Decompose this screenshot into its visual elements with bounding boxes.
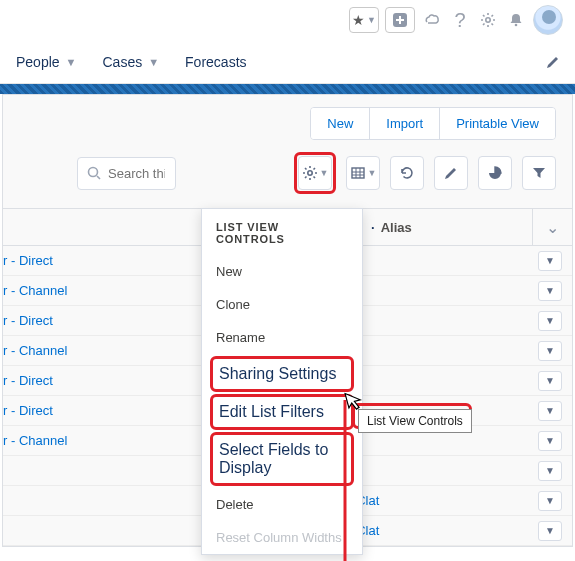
user-avatar[interactable] xyxy=(533,5,563,35)
chevron-down-icon: ▼ xyxy=(545,375,555,386)
list-view-controls-button[interactable]: ▼ xyxy=(298,156,332,190)
star-icon: ★ xyxy=(352,12,365,28)
row-actions-button[interactable]: ▼ xyxy=(538,491,562,511)
menu-item-edit-list-filters[interactable]: Edit List Filters xyxy=(219,403,345,421)
refresh-button[interactable] xyxy=(390,156,424,190)
column-header-alias[interactable]: · Alias xyxy=(359,220,532,235)
row-actions-button[interactable]: ▼ xyxy=(538,311,562,331)
chevron-down-icon: ▼ xyxy=(545,525,555,536)
setup-gear-icon[interactable] xyxy=(477,9,499,31)
chevron-down-icon: ▼ xyxy=(66,56,77,68)
chevron-down-icon: ▼ xyxy=(368,168,377,178)
decorative-band xyxy=(0,84,575,94)
menu-item-sharing-settings[interactable]: Sharing Settings xyxy=(219,365,345,383)
row-actions-button[interactable]: ▼ xyxy=(538,521,562,541)
highlight-edit-filters: Edit List Filters xyxy=(210,394,354,430)
row-name-link[interactable]: r - Channel xyxy=(3,283,67,298)
action-button-group: New Import Printable View xyxy=(310,107,556,140)
menu-item-delete[interactable]: Delete xyxy=(202,488,362,521)
menu-item-new[interactable]: New xyxy=(202,255,362,288)
chevron-down-icon: ▼ xyxy=(545,495,555,506)
chevron-down-icon: ▼ xyxy=(545,405,555,416)
list-view-controls-menu: LIST VIEW CONTROLS New Clone Rename Shar… xyxy=(201,208,363,555)
table-container: · Alias ⌄ LIST VIEW CONTROLS New Clone R… xyxy=(3,208,572,546)
svg-point-3 xyxy=(89,167,98,176)
svg-point-4 xyxy=(307,171,311,175)
menu-item-reset-widths: Reset Column Widths xyxy=(202,521,362,554)
nav-label: Forecasts xyxy=(185,54,246,70)
nav-item-people[interactable]: People ▼ xyxy=(16,54,76,70)
toolbar-row: ▼ ▼ xyxy=(3,146,572,208)
svg-point-2 xyxy=(515,24,518,27)
favorites-button[interactable]: ★▼ xyxy=(349,7,379,33)
row-actions-button[interactable]: ▼ xyxy=(538,461,562,481)
inline-edit-button[interactable] xyxy=(434,156,468,190)
highlight-gear: ▼ xyxy=(294,152,336,194)
chart-button[interactable] xyxy=(478,156,512,190)
row-name-link[interactable]: r - Direct xyxy=(3,373,53,388)
column-header-chevron[interactable]: ⌄ xyxy=(532,209,572,245)
search-icon xyxy=(86,165,102,181)
chevron-down-icon: ▼ xyxy=(545,315,555,326)
column-label: Alias xyxy=(381,220,412,235)
row-actions-button[interactable]: ▼ xyxy=(538,431,562,451)
svg-rect-5 xyxy=(352,168,364,178)
help-icon[interactable]: ? xyxy=(449,9,471,31)
action-button-row: New Import Printable View xyxy=(3,95,572,146)
chevron-down-icon: ▼ xyxy=(545,465,555,476)
row-actions-button[interactable]: ▼ xyxy=(538,371,562,391)
pie-chart-icon xyxy=(487,165,503,181)
chevron-down-icon: ▼ xyxy=(545,345,555,356)
chevron-down-icon: ▼ xyxy=(148,56,159,68)
svg-point-1 xyxy=(486,18,490,22)
row-name-link[interactable]: r - Channel xyxy=(3,343,67,358)
menu-item-clone[interactable]: Clone xyxy=(202,288,362,321)
menu-item-select-fields[interactable]: Select Fields to Display xyxy=(219,441,345,477)
row-actions-button[interactable]: ▼ xyxy=(538,281,562,301)
printable-view-button[interactable]: Printable View xyxy=(440,108,555,139)
edit-nav-icon[interactable] xyxy=(545,54,561,70)
filter-icon xyxy=(531,165,547,181)
row-name-link[interactable]: r - Direct xyxy=(3,313,53,328)
list-panel: New Import Printable View ▼ ▼ xyxy=(2,94,573,547)
row-name-link[interactable]: r - Direct xyxy=(3,253,53,268)
chevron-down-icon: ⌄ xyxy=(546,218,559,237)
menu-title: LIST VIEW CONTROLS xyxy=(202,209,362,255)
nav-label: People xyxy=(16,54,60,70)
chevron-down-icon: ▼ xyxy=(545,255,555,266)
nav-item-cases[interactable]: Cases ▼ xyxy=(102,54,159,70)
add-button[interactable] xyxy=(385,7,415,33)
pencil-icon xyxy=(443,165,459,181)
row-name-link[interactable]: r - Channel xyxy=(3,433,67,448)
tooltip-list-view-controls: List View Controls xyxy=(358,409,472,433)
gear-icon xyxy=(302,165,318,181)
object-navbar: People ▼ Cases ▼ Forecasts xyxy=(0,40,575,84)
nav-label: Cases xyxy=(102,54,142,70)
chevron-down-icon: ▼ xyxy=(545,435,555,446)
menu-item-rename[interactable]: Rename xyxy=(202,321,362,354)
filter-button[interactable] xyxy=(522,156,556,190)
table-icon xyxy=(350,165,366,181)
row-actions-button[interactable]: ▼ xyxy=(538,401,562,421)
highlight-select-fields: Select Fields to Display xyxy=(210,432,354,486)
refresh-icon xyxy=(399,165,415,181)
new-button[interactable]: New xyxy=(311,108,370,139)
display-as-button[interactable]: ▼ xyxy=(346,156,380,190)
row-actions-button[interactable]: ▼ xyxy=(538,341,562,361)
import-button[interactable]: Import xyxy=(370,108,440,139)
chevron-down-icon: ▼ xyxy=(545,285,555,296)
notifications-bell-icon[interactable] xyxy=(505,9,527,31)
nav-item-forecasts[interactable]: Forecasts xyxy=(185,54,246,70)
salesforce-cloud-icon[interactable] xyxy=(421,9,443,31)
global-topbar: ★▼ ? xyxy=(0,0,575,40)
search-container xyxy=(77,157,176,190)
row-actions-button[interactable]: ▼ xyxy=(538,251,562,271)
row-name-link[interactable]: r - Direct xyxy=(3,403,53,418)
chevron-down-icon: ▼ xyxy=(320,168,329,178)
highlight-sharing: Sharing Settings xyxy=(210,356,354,392)
plus-icon xyxy=(392,12,408,28)
